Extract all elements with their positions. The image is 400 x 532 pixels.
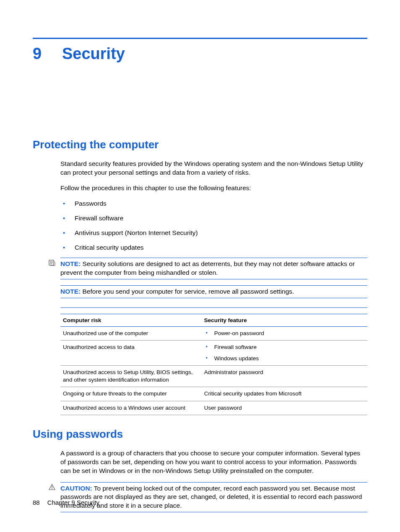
para-intro-2: Follow the procedures in this chapter to… (60, 184, 367, 193)
cell-risk: Ongoing or future threats to the compute… (60, 387, 202, 401)
svg-rect-0 (49, 260, 54, 265)
note-text: Security solutions are designed to act a… (60, 260, 355, 276)
list-item: Power-on password (204, 330, 365, 337)
section-heading-passwords: Using passwords (33, 428, 367, 441)
footer-label: Chapter 9 Security (47, 499, 99, 506)
note-text: Before you send your computer for servic… (83, 288, 294, 295)
table-row: Unauthorized access to a Windows user ac… (60, 401, 367, 415)
chapter-rule (33, 38, 367, 39)
cell-feature: Administrator password (202, 365, 367, 387)
table-row: Ongoing or future threats to the compute… (60, 387, 367, 401)
table-row: Unauthorized access to Setup Utility, BI… (60, 365, 367, 387)
table-header-risk: Computer risk (60, 314, 202, 327)
list-item: Firewall software (60, 214, 367, 223)
cell-feature: Firewall software Windows updates (202, 341, 367, 365)
note-block-1: NOTE: Security solutions are designed to… (49, 258, 367, 279)
cell-feature: Critical security updates from Microsoft (202, 387, 367, 401)
caution-label: CAUTION: (60, 485, 92, 492)
cell-risk: Unauthorized access to a Windows user ac… (60, 401, 202, 415)
list-item: Windows updates (204, 355, 365, 362)
feature-list: Passwords Firewall software Antivirus su… (60, 199, 367, 252)
cell-risk: Unauthorized use of the computer (60, 327, 202, 341)
list-item: Firewall software (204, 343, 365, 351)
caution-block: CAUTION: To prevent being locked out of … (49, 482, 367, 513)
chapter-heading: 9 Security (33, 45, 367, 63)
note-icon (49, 259, 55, 267)
chapter-title: Security (62, 45, 125, 63)
cell-risk: Unauthorized access to Setup Utility, BI… (60, 365, 202, 387)
table-header-feature: Security feature (202, 314, 367, 327)
risk-table: Computer risk Security feature Unauthori… (60, 307, 367, 415)
caution-icon (49, 484, 55, 492)
page-footer: 88 Chapter 9 Security (33, 499, 99, 506)
note-block-2: NOTE: Before you send your computer for … (60, 285, 367, 298)
list-item: Antivirus support (Norton Internet Secur… (60, 229, 367, 238)
cell-feature: Power-on password (202, 327, 367, 341)
para-passwords-1: A password is a group of characters that… (60, 449, 367, 475)
section-heading-protecting: Protecting the computer (33, 138, 367, 151)
page-number: 88 (33, 499, 40, 506)
chapter-number: 9 (33, 45, 62, 63)
cell-risk: Unauthorized access to data (60, 341, 202, 365)
caution-text: To prevent being locked out of the compu… (60, 485, 362, 509)
para-intro-1: Standard security features provided by t… (60, 160, 367, 177)
table-row: Unauthorized use of the computer Power-o… (60, 327, 367, 341)
note-label: NOTE: (60, 260, 81, 267)
list-item: Passwords (60, 199, 367, 208)
cell-feature: User password (202, 401, 367, 415)
table-row: Unauthorized access to data Firewall sof… (60, 341, 367, 365)
list-item: Critical security updates (60, 243, 367, 252)
svg-point-2 (52, 488, 52, 489)
note-label: NOTE: (60, 288, 81, 295)
